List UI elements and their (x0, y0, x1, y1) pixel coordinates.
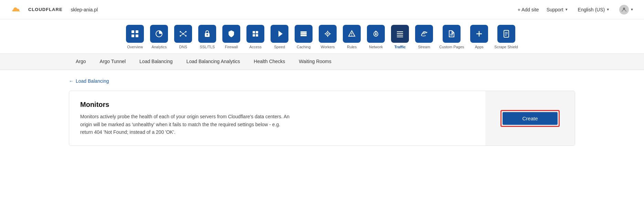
support-caret: ▼ (565, 8, 568, 11)
monitors-description: Monitors actively probe the health of ea… (80, 113, 294, 136)
svg-rect-18 (256, 31, 258, 33)
add-site-button[interactable]: + Add site (518, 7, 539, 12)
speed-icon (271, 25, 288, 43)
access-label: Access (249, 45, 261, 49)
monitors-info: Monitors Monitors actively probe the hea… (69, 91, 485, 146)
nav-item-workers[interactable]: Workers (316, 25, 339, 53)
nav-item-traffic[interactable]: Traffic (388, 25, 412, 53)
nav-item-rules[interactable]: Rules (340, 25, 363, 53)
stream-icon (415, 25, 433, 43)
monitors-title: Monitors (80, 101, 474, 109)
create-button-wrapper: Create (500, 110, 560, 127)
network-icon (367, 25, 385, 43)
analytics-label: Analytics (151, 45, 167, 49)
sub-nav-load-balancing-analytics[interactable]: Load Balancing Analytics (180, 54, 247, 70)
nav-item-firewall[interactable]: Firewall (220, 25, 243, 53)
ssl-icon (198, 25, 216, 43)
svg-line-12 (183, 32, 186, 34)
network-label: Network (369, 45, 383, 49)
nav-item-apps[interactable]: Apps (467, 25, 491, 53)
nav-item-overview[interactable]: Overview (123, 25, 147, 53)
header: CLOUDFLARE sklep-ania.pl + Add site Supp… (0, 0, 644, 19)
svg-rect-3 (131, 34, 134, 37)
nav-item-ssl[interactable]: SSL/TLS (196, 25, 219, 53)
svg-point-33 (351, 35, 352, 36)
language-button[interactable]: English (US) ▼ (576, 6, 612, 14)
svg-rect-23 (300, 33, 307, 34)
nav-item-access[interactable]: Access (244, 25, 267, 53)
monitors-action: Create (485, 91, 575, 146)
ssl-label: SSL/TLS (200, 45, 215, 49)
user-menu-button[interactable]: ▼ (617, 3, 636, 16)
back-arrow: ← (69, 78, 74, 84)
sub-nav-health-checks[interactable]: Health Checks (247, 54, 292, 70)
back-link[interactable]: ← Load Balancing (69, 78, 575, 84)
stream-label: Stream (418, 45, 430, 49)
back-link-label: Load Balancing (76, 78, 109, 84)
svg-point-26 (327, 33, 328, 34)
nav-icons-inner: Overview Analytics (123, 25, 521, 53)
firewall-label: Firewall (225, 45, 238, 49)
workers-label: Workers (321, 45, 335, 49)
support-button[interactable]: Support ▼ (545, 6, 570, 14)
nav-item-analytics[interactable]: Analytics (147, 25, 171, 53)
traffic-icon (391, 25, 409, 43)
svg-rect-17 (253, 31, 255, 33)
logo-area: CLOUDFLARE (8, 4, 63, 15)
scrape-shield-label: Scrape Shield (494, 45, 518, 49)
scrape-shield-icon (497, 25, 515, 43)
svg-point-34 (375, 33, 377, 35)
svg-point-16 (207, 34, 208, 36)
svg-rect-20 (256, 34, 258, 37)
language-caret: ▼ (606, 8, 610, 11)
access-icon (246, 25, 264, 43)
svg-marker-21 (278, 31, 283, 37)
main-content: ← Load Balancing Monitors Monitors activ… (0, 70, 644, 154)
nav-item-dns[interactable]: DNS (171, 25, 195, 53)
svg-line-11 (180, 32, 183, 34)
logo-text: CLOUDFLARE (28, 7, 63, 12)
sub-nav-argo[interactable]: Argo (69, 54, 93, 70)
create-button[interactable]: Create (503, 112, 558, 125)
user-avatar (619, 5, 629, 14)
nav-icons-bar: Overview Analytics (0, 19, 644, 54)
dns-icon (174, 25, 192, 43)
nav-item-custom-pages[interactable]: Custom Pages (436, 25, 467, 53)
svg-rect-2 (136, 30, 138, 33)
dns-label: DNS (179, 45, 187, 49)
overview-label: Overview (127, 45, 143, 49)
sub-nav: Argo Argo Tunnel Load Balancing Load Bal… (0, 54, 644, 70)
nav-item-scrape-shield[interactable]: Scrape Shield (492, 25, 521, 53)
nav-item-stream[interactable]: Stream (412, 25, 436, 53)
monitors-card: Monitors Monitors actively probe the hea… (69, 91, 575, 146)
svg-rect-24 (300, 35, 307, 36)
analytics-icon (150, 25, 168, 43)
firewall-icon (222, 25, 240, 43)
apps-icon (470, 25, 488, 43)
svg-rect-4 (136, 34, 138, 37)
custom-pages-label: Custom Pages (439, 45, 464, 49)
sub-nav-argo-tunnel[interactable]: Argo Tunnel (93, 54, 133, 70)
rules-icon (343, 25, 361, 43)
overview-icon (126, 25, 144, 43)
site-name: sklep-ania.pl (71, 7, 98, 12)
svg-line-13 (180, 34, 183, 36)
sub-nav-load-balancing[interactable]: Load Balancing (133, 54, 180, 70)
rules-label: Rules (347, 45, 357, 49)
cloudflare-logo (8, 4, 25, 15)
nav-item-speed[interactable]: Speed (268, 25, 291, 53)
traffic-label: Traffic (394, 45, 406, 49)
nav-item-network[interactable]: Network (364, 25, 388, 53)
svg-point-0 (623, 8, 625, 10)
svg-rect-22 (300, 31, 307, 33)
caching-label: Caching (297, 45, 310, 49)
nav-item-caching[interactable]: Caching (292, 25, 315, 53)
svg-rect-1 (131, 30, 134, 33)
svg-line-14 (183, 34, 186, 36)
user-caret: ▼ (630, 8, 634, 11)
svg-rect-19 (253, 34, 255, 37)
header-right: + Add site Support ▼ English (US) ▼ ▼ (518, 3, 636, 16)
apps-label: Apps (475, 45, 484, 49)
speed-label: Speed (274, 45, 285, 49)
sub-nav-waiting-rooms[interactable]: Waiting Rooms (292, 54, 338, 70)
